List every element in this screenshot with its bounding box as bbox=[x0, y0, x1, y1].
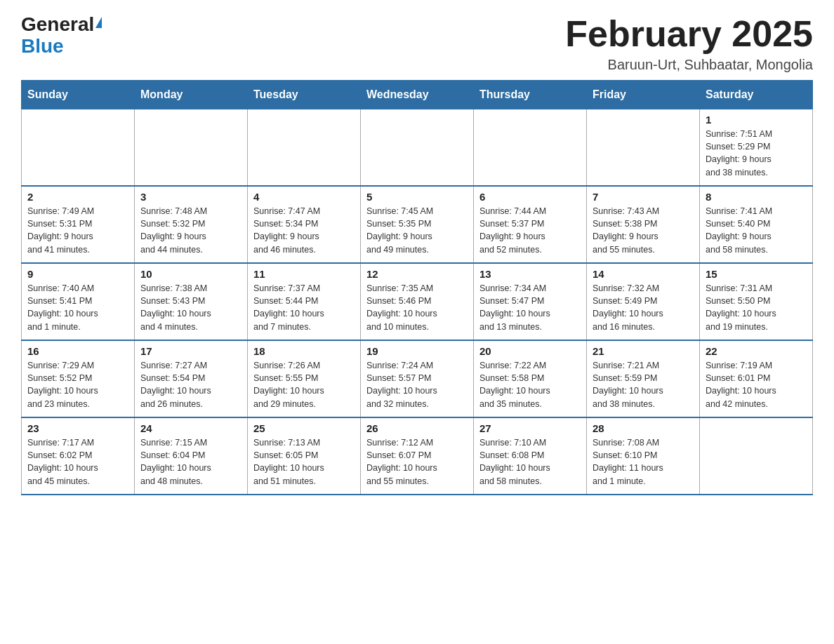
calendar-cell: 28Sunrise: 7:08 AM Sunset: 6:10 PM Dayli… bbox=[587, 417, 700, 495]
calendar-week-row: 16Sunrise: 7:29 AM Sunset: 5:52 PM Dayli… bbox=[22, 340, 813, 417]
calendar-cell: 14Sunrise: 7:32 AM Sunset: 5:49 PM Dayli… bbox=[587, 263, 700, 340]
day-number: 28 bbox=[593, 422, 694, 434]
day-info: Sunrise: 7:51 AM Sunset: 5:29 PM Dayligh… bbox=[706, 128, 807, 179]
calendar-table: SundayMondayTuesdayWednesdayThursdayFrid… bbox=[21, 80, 813, 495]
day-info: Sunrise: 7:19 AM Sunset: 6:01 PM Dayligh… bbox=[706, 359, 807, 410]
calendar-cell: 16Sunrise: 7:29 AM Sunset: 5:52 PM Dayli… bbox=[22, 340, 135, 417]
page-header: General Blue February 2025 Baruun-Urt, S… bbox=[21, 14, 813, 73]
day-number: 20 bbox=[479, 345, 581, 357]
calendar-cell bbox=[22, 109, 135, 186]
day-info: Sunrise: 7:48 AM Sunset: 5:32 PM Dayligh… bbox=[140, 205, 241, 256]
day-number: 27 bbox=[479, 422, 581, 434]
calendar-cell: 18Sunrise: 7:26 AM Sunset: 5:55 PM Dayli… bbox=[248, 340, 361, 417]
calendar-cell: 25Sunrise: 7:13 AM Sunset: 6:05 PM Dayli… bbox=[248, 417, 361, 495]
location-subtitle: Baruun-Urt, Suhbaatar, Mongolia bbox=[565, 57, 813, 73]
day-info: Sunrise: 7:43 AM Sunset: 5:38 PM Dayligh… bbox=[593, 205, 694, 256]
calendar-week-row: 9Sunrise: 7:40 AM Sunset: 5:41 PM Daylig… bbox=[22, 263, 813, 340]
calendar-cell: 24Sunrise: 7:15 AM Sunset: 6:04 PM Dayli… bbox=[135, 417, 248, 495]
day-info: Sunrise: 7:24 AM Sunset: 5:57 PM Dayligh… bbox=[366, 359, 468, 410]
day-number: 4 bbox=[253, 191, 355, 203]
calendar-cell: 12Sunrise: 7:35 AM Sunset: 5:46 PM Dayli… bbox=[361, 263, 474, 340]
day-info: Sunrise: 7:26 AM Sunset: 5:55 PM Dayligh… bbox=[253, 359, 355, 410]
calendar-cell bbox=[474, 109, 587, 186]
day-number: 18 bbox=[253, 345, 355, 357]
day-number: 14 bbox=[593, 268, 694, 280]
day-info: Sunrise: 7:29 AM Sunset: 5:52 PM Dayligh… bbox=[27, 359, 128, 410]
calendar-cell bbox=[248, 109, 361, 186]
day-number: 17 bbox=[140, 345, 241, 357]
logo-blue-text: Blue bbox=[21, 36, 102, 58]
day-number: 21 bbox=[593, 345, 694, 357]
day-info: Sunrise: 7:21 AM Sunset: 5:59 PM Dayligh… bbox=[593, 359, 694, 410]
header-friday: Friday bbox=[587, 81, 700, 109]
calendar-cell: 10Sunrise: 7:38 AM Sunset: 5:43 PM Dayli… bbox=[135, 263, 248, 340]
header-wednesday: Wednesday bbox=[361, 81, 474, 109]
calendar-cell: 3Sunrise: 7:48 AM Sunset: 5:32 PM Daylig… bbox=[135, 186, 248, 263]
calendar-week-row: 2Sunrise: 7:49 AM Sunset: 5:31 PM Daylig… bbox=[22, 186, 813, 263]
calendar-cell: 23Sunrise: 7:17 AM Sunset: 6:02 PM Dayli… bbox=[22, 417, 135, 495]
day-info: Sunrise: 7:37 AM Sunset: 5:44 PM Dayligh… bbox=[253, 282, 355, 333]
calendar-cell: 1Sunrise: 7:51 AM Sunset: 5:29 PM Daylig… bbox=[700, 109, 813, 186]
day-number: 22 bbox=[706, 345, 807, 357]
day-number: 2 bbox=[27, 191, 128, 203]
logo: General Blue bbox=[21, 14, 102, 58]
day-info: Sunrise: 7:12 AM Sunset: 6:07 PM Dayligh… bbox=[366, 436, 468, 488]
calendar-cell: 7Sunrise: 7:43 AM Sunset: 5:38 PM Daylig… bbox=[587, 186, 700, 263]
day-number: 13 bbox=[479, 268, 581, 280]
calendar-cell: 20Sunrise: 7:22 AM Sunset: 5:58 PM Dayli… bbox=[474, 340, 587, 417]
calendar-cell: 4Sunrise: 7:47 AM Sunset: 5:34 PM Daylig… bbox=[248, 186, 361, 263]
day-number: 7 bbox=[593, 191, 694, 203]
title-block: February 2025 Baruun-Urt, Suhbaatar, Mon… bbox=[565, 14, 813, 73]
day-info: Sunrise: 7:31 AM Sunset: 5:50 PM Dayligh… bbox=[706, 282, 807, 333]
calendar-week-row: 23Sunrise: 7:17 AM Sunset: 6:02 PM Dayli… bbox=[22, 417, 813, 495]
day-info: Sunrise: 7:47 AM Sunset: 5:34 PM Dayligh… bbox=[253, 205, 355, 256]
day-number: 24 bbox=[140, 422, 241, 434]
header-thursday: Thursday bbox=[474, 81, 587, 109]
header-monday: Monday bbox=[135, 81, 248, 109]
day-number: 19 bbox=[366, 345, 468, 357]
calendar-cell bbox=[361, 109, 474, 186]
day-info: Sunrise: 7:41 AM Sunset: 5:40 PM Dayligh… bbox=[706, 205, 807, 256]
day-info: Sunrise: 7:44 AM Sunset: 5:37 PM Dayligh… bbox=[479, 205, 581, 256]
day-info: Sunrise: 7:27 AM Sunset: 5:54 PM Dayligh… bbox=[140, 359, 241, 410]
calendar-header-row: SundayMondayTuesdayWednesdayThursdayFrid… bbox=[22, 81, 813, 109]
day-number: 15 bbox=[706, 268, 807, 280]
month-title: February 2025 bbox=[565, 14, 813, 54]
logo-general-text: General bbox=[21, 14, 94, 36]
calendar-cell: 22Sunrise: 7:19 AM Sunset: 6:01 PM Dayli… bbox=[700, 340, 813, 417]
day-number: 16 bbox=[27, 345, 128, 357]
day-info: Sunrise: 7:49 AM Sunset: 5:31 PM Dayligh… bbox=[27, 205, 128, 256]
calendar-cell: 27Sunrise: 7:10 AM Sunset: 6:08 PM Dayli… bbox=[474, 417, 587, 495]
day-number: 11 bbox=[253, 268, 355, 280]
day-info: Sunrise: 7:34 AM Sunset: 5:47 PM Dayligh… bbox=[479, 282, 581, 333]
calendar-cell: 13Sunrise: 7:34 AM Sunset: 5:47 PM Dayli… bbox=[474, 263, 587, 340]
header-tuesday: Tuesday bbox=[248, 81, 361, 109]
day-info: Sunrise: 7:45 AM Sunset: 5:35 PM Dayligh… bbox=[366, 205, 468, 256]
day-number: 1 bbox=[706, 114, 807, 126]
calendar-cell: 5Sunrise: 7:45 AM Sunset: 5:35 PM Daylig… bbox=[361, 186, 474, 263]
day-info: Sunrise: 7:13 AM Sunset: 6:05 PM Dayligh… bbox=[253, 436, 355, 488]
day-number: 25 bbox=[253, 422, 355, 434]
header-saturday: Saturday bbox=[700, 81, 813, 109]
calendar-cell: 19Sunrise: 7:24 AM Sunset: 5:57 PM Dayli… bbox=[361, 340, 474, 417]
day-number: 8 bbox=[706, 191, 807, 203]
day-info: Sunrise: 7:10 AM Sunset: 6:08 PM Dayligh… bbox=[479, 436, 581, 488]
calendar-cell: 21Sunrise: 7:21 AM Sunset: 5:59 PM Dayli… bbox=[587, 340, 700, 417]
calendar-cell: 2Sunrise: 7:49 AM Sunset: 5:31 PM Daylig… bbox=[22, 186, 135, 263]
calendar-week-row: 1Sunrise: 7:51 AM Sunset: 5:29 PM Daylig… bbox=[22, 109, 813, 186]
calendar-cell: 15Sunrise: 7:31 AM Sunset: 5:50 PM Dayli… bbox=[700, 263, 813, 340]
calendar-cell: 8Sunrise: 7:41 AM Sunset: 5:40 PM Daylig… bbox=[700, 186, 813, 263]
calendar-cell bbox=[587, 109, 700, 186]
calendar-cell: 6Sunrise: 7:44 AM Sunset: 5:37 PM Daylig… bbox=[474, 186, 587, 263]
logo-triangle-icon bbox=[95, 17, 102, 28]
day-info: Sunrise: 7:32 AM Sunset: 5:49 PM Dayligh… bbox=[593, 282, 694, 333]
calendar-cell bbox=[135, 109, 248, 186]
day-info: Sunrise: 7:15 AM Sunset: 6:04 PM Dayligh… bbox=[140, 436, 241, 488]
day-number: 10 bbox=[140, 268, 241, 280]
calendar-cell: 9Sunrise: 7:40 AM Sunset: 5:41 PM Daylig… bbox=[22, 263, 135, 340]
day-info: Sunrise: 7:22 AM Sunset: 5:58 PM Dayligh… bbox=[479, 359, 581, 410]
day-number: 23 bbox=[27, 422, 128, 434]
day-number: 12 bbox=[366, 268, 468, 280]
day-info: Sunrise: 7:40 AM Sunset: 5:41 PM Dayligh… bbox=[27, 282, 128, 333]
calendar-cell: 11Sunrise: 7:37 AM Sunset: 5:44 PM Dayli… bbox=[248, 263, 361, 340]
